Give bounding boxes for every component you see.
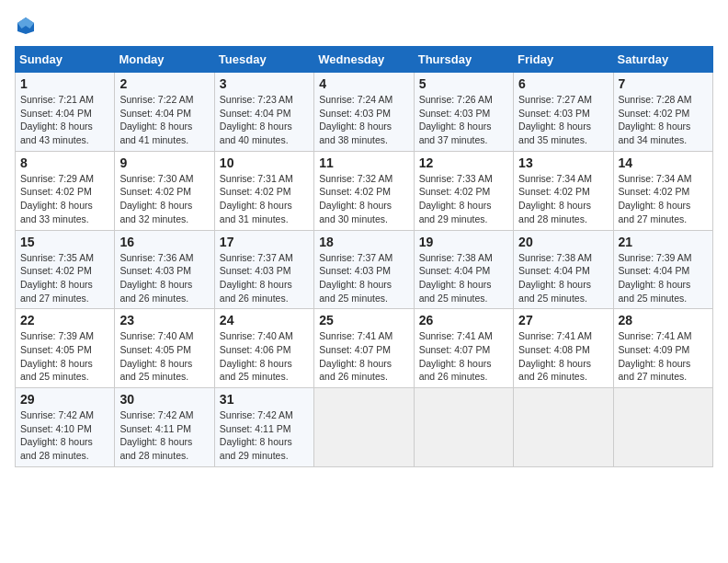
calendar-cell: 30Sunrise: 7:42 AM Sunset: 4:11 PM Dayli… [115,388,214,467]
day-number: 29 [20,392,109,407]
calendar-cell: 11Sunrise: 7:32 AM Sunset: 4:02 PM Dayli… [314,151,414,230]
cell-sun-info: Sunrise: 7:39 AM Sunset: 4:04 PM Dayligh… [619,251,708,305]
calendar-cell: 21Sunrise: 7:39 AM Sunset: 4:04 PM Dayli… [613,230,712,309]
cell-sun-info: Sunrise: 7:21 AM Sunset: 4:04 PM Dayligh… [20,93,109,147]
calendar-cell: 14Sunrise: 7:34 AM Sunset: 4:02 PM Dayli… [613,151,712,230]
cell-sun-info: Sunrise: 7:31 AM Sunset: 4:02 PM Dayligh… [220,172,309,226]
calendar-cell: 27Sunrise: 7:41 AM Sunset: 4:08 PM Dayli… [514,309,613,388]
day-number: 18 [319,235,408,249]
calendar-cell: 25Sunrise: 7:41 AM Sunset: 4:07 PM Dayli… [314,309,414,388]
calendar-cell: 9Sunrise: 7:30 AM Sunset: 4:02 PM Daylig… [115,151,214,230]
calendar-header-row: SundayMondayTuesdayWednesdayThursdayFrid… [16,47,713,73]
calendar-cell: 20Sunrise: 7:38 AM Sunset: 4:04 PM Dayli… [514,230,613,309]
logo [15,15,40,37]
calendar-cell: 19Sunrise: 7:38 AM Sunset: 4:04 PM Dayli… [414,230,513,309]
cell-sun-info: Sunrise: 7:37 AM Sunset: 4:03 PM Dayligh… [319,251,408,305]
day-number: 2 [119,76,209,91]
day-number: 7 [619,76,708,91]
column-header-tuesday: Tuesday [214,47,313,73]
cell-sun-info: Sunrise: 7:35 AM Sunset: 4:02 PM Dayligh… [20,251,109,305]
day-number: 8 [20,155,109,170]
day-number: 22 [20,313,109,327]
day-number: 17 [220,235,309,249]
cell-sun-info: Sunrise: 7:34 AM Sunset: 4:02 PM Dayligh… [619,172,708,226]
day-number: 31 [220,392,309,407]
day-number: 5 [419,76,508,91]
cell-sun-info: Sunrise: 7:39 AM Sunset: 4:05 PM Dayligh… [20,329,109,384]
cell-sun-info: Sunrise: 7:24 AM Sunset: 4:03 PM Dayligh… [319,93,408,147]
day-number: 20 [518,235,608,249]
calendar-week-row: 29Sunrise: 7:42 AM Sunset: 4:10 PM Dayli… [16,388,713,467]
calendar-cell [613,388,712,467]
calendar-week-row: 22Sunrise: 7:39 AM Sunset: 4:05 PM Dayli… [16,309,713,388]
calendar-cell: 18Sunrise: 7:37 AM Sunset: 4:03 PM Dayli… [314,230,414,309]
column-header-thursday: Thursday [414,47,513,73]
cell-sun-info: Sunrise: 7:41 AM Sunset: 4:07 PM Dayligh… [419,329,508,384]
cell-sun-info: Sunrise: 7:42 AM Sunset: 4:10 PM Dayligh… [20,408,109,463]
day-number: 3 [220,76,309,91]
calendar-cell: 3Sunrise: 7:23 AM Sunset: 4:04 PM Daylig… [214,73,313,152]
day-number: 30 [119,392,209,407]
day-number: 4 [319,76,408,91]
calendar-cell: 15Sunrise: 7:35 AM Sunset: 4:02 PM Dayli… [16,230,115,309]
cell-sun-info: Sunrise: 7:36 AM Sunset: 4:03 PM Dayligh… [119,251,209,305]
cell-sun-info: Sunrise: 7:33 AM Sunset: 4:02 PM Dayligh… [419,172,508,226]
day-number: 11 [319,155,408,170]
day-number: 15 [20,235,109,249]
calendar-week-row: 8Sunrise: 7:29 AM Sunset: 4:02 PM Daylig… [16,151,713,230]
logo-icon [15,15,37,37]
day-number: 26 [419,313,508,327]
cell-sun-info: Sunrise: 7:28 AM Sunset: 4:02 PM Dayligh… [619,93,708,147]
day-number: 24 [220,313,309,327]
calendar-cell [514,388,613,467]
calendar-cell: 26Sunrise: 7:41 AM Sunset: 4:07 PM Dayli… [414,309,513,388]
cell-sun-info: Sunrise: 7:27 AM Sunset: 4:03 PM Dayligh… [518,93,608,147]
calendar-cell: 6Sunrise: 7:27 AM Sunset: 4:03 PM Daylig… [514,73,613,152]
cell-sun-info: Sunrise: 7:22 AM Sunset: 4:04 PM Dayligh… [119,93,209,147]
calendar-week-row: 1Sunrise: 7:21 AM Sunset: 4:04 PM Daylig… [16,73,713,152]
cell-sun-info: Sunrise: 7:34 AM Sunset: 4:02 PM Dayligh… [518,172,608,226]
day-number: 23 [119,313,209,327]
calendar-cell: 5Sunrise: 7:26 AM Sunset: 4:03 PM Daylig… [414,73,513,152]
calendar-table: SundayMondayTuesdayWednesdayThursdayFrid… [15,46,713,467]
cell-sun-info: Sunrise: 7:40 AM Sunset: 4:06 PM Dayligh… [220,329,309,384]
page-header [15,15,713,37]
calendar-cell: 28Sunrise: 7:41 AM Sunset: 4:09 PM Dayli… [613,309,712,388]
cell-sun-info: Sunrise: 7:37 AM Sunset: 4:03 PM Dayligh… [220,251,309,305]
calendar-cell: 29Sunrise: 7:42 AM Sunset: 4:10 PM Dayli… [16,388,115,467]
cell-sun-info: Sunrise: 7:29 AM Sunset: 4:02 PM Dayligh… [20,172,109,226]
calendar-cell: 22Sunrise: 7:39 AM Sunset: 4:05 PM Dayli… [16,309,115,388]
column-header-friday: Friday [514,47,613,73]
day-number: 14 [619,155,708,170]
calendar-cell: 12Sunrise: 7:33 AM Sunset: 4:02 PM Dayli… [414,151,513,230]
day-number: 21 [619,235,708,249]
calendar-cell: 24Sunrise: 7:40 AM Sunset: 4:06 PM Dayli… [214,309,313,388]
calendar-cell: 2Sunrise: 7:22 AM Sunset: 4:04 PM Daylig… [115,73,214,152]
day-number: 10 [220,155,309,170]
cell-sun-info: Sunrise: 7:26 AM Sunset: 4:03 PM Dayligh… [419,93,508,147]
calendar-cell: 1Sunrise: 7:21 AM Sunset: 4:04 PM Daylig… [16,73,115,152]
cell-sun-info: Sunrise: 7:42 AM Sunset: 4:11 PM Dayligh… [119,408,209,463]
cell-sun-info: Sunrise: 7:32 AM Sunset: 4:02 PM Dayligh… [319,172,408,226]
cell-sun-info: Sunrise: 7:42 AM Sunset: 4:11 PM Dayligh… [220,408,309,463]
day-number: 28 [619,313,708,327]
cell-sun-info: Sunrise: 7:40 AM Sunset: 4:05 PM Dayligh… [119,329,209,384]
column-header-sunday: Sunday [16,47,115,73]
cell-sun-info: Sunrise: 7:38 AM Sunset: 4:04 PM Dayligh… [419,251,508,305]
cell-sun-info: Sunrise: 7:38 AM Sunset: 4:04 PM Dayligh… [518,251,608,305]
calendar-cell: 23Sunrise: 7:40 AM Sunset: 4:05 PM Dayli… [115,309,214,388]
calendar-week-row: 15Sunrise: 7:35 AM Sunset: 4:02 PM Dayli… [16,230,713,309]
calendar-cell [414,388,513,467]
calendar-cell [314,388,414,467]
calendar-cell: 10Sunrise: 7:31 AM Sunset: 4:02 PM Dayli… [214,151,313,230]
day-number: 27 [518,313,608,327]
calendar-cell: 7Sunrise: 7:28 AM Sunset: 4:02 PM Daylig… [613,73,712,152]
column-header-wednesday: Wednesday [314,47,414,73]
calendar-cell: 4Sunrise: 7:24 AM Sunset: 4:03 PM Daylig… [314,73,414,152]
day-number: 19 [419,235,508,249]
column-header-saturday: Saturday [613,47,712,73]
cell-sun-info: Sunrise: 7:30 AM Sunset: 4:02 PM Dayligh… [119,172,209,226]
day-number: 25 [319,313,408,327]
day-number: 12 [419,155,508,170]
day-number: 16 [119,235,209,249]
